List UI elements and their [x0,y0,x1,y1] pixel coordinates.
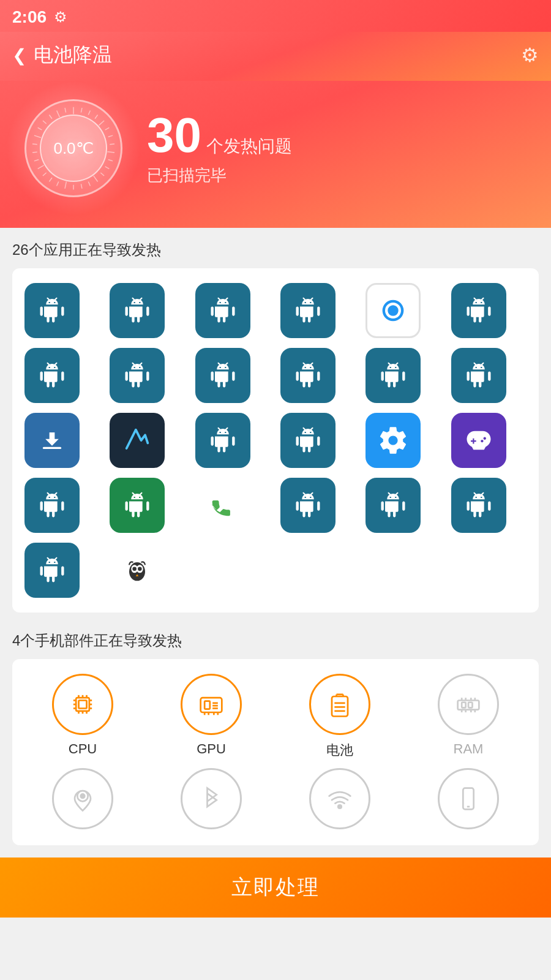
svg-line-7 [110,144,114,145]
svg-line-14 [81,184,82,189]
svg-line-11 [100,173,104,176]
hero-section: 0.0℃ 30 个发热问题 已扫描完毕 [0,81,551,228]
list-item[interactable] [110,348,165,403]
component-card: CPU GPU [12,659,539,845]
status-gear-icon: ⚙ [54,9,67,26]
list-item[interactable] [24,348,80,403]
hero-info: 30 个发热问题 已扫描完毕 [147,111,292,186]
list-item[interactable] [110,543,165,598]
component-screen[interactable] [410,768,527,829]
issue-count: 30 [147,111,201,160]
component-ram[interactable]: RAM [410,674,527,760]
list-item[interactable] [195,348,250,403]
battery-circle [309,674,370,735]
svg-line-18 [49,178,52,181]
svg-line-3 [95,115,98,118]
list-item[interactable] [365,413,421,468]
svg-line-23 [32,144,37,145]
component-battery[interactable]: 电池 [282,674,398,760]
ram-label: RAM [454,741,484,757]
list-item[interactable] [451,283,506,338]
list-item[interactable] [24,543,80,598]
list-item[interactable] [280,283,335,338]
list-item[interactable] [280,478,335,533]
header-left: ❮ 电池降温 [12,42,112,69]
list-item[interactable] [110,478,165,533]
page-title: 电池降温 [34,42,112,69]
list-item[interactable] [365,348,421,403]
cpu-circle [52,674,113,735]
svg-rect-79 [468,703,473,708]
header: ❮ 电池降温 ⚙ [0,32,551,81]
svg-point-36 [133,567,137,571]
bluetooth-circle [181,768,242,829]
list-item[interactable] [280,413,335,468]
list-item[interactable] [195,283,250,338]
svg-line-24 [34,135,41,138]
component-gpu[interactable]: GPU [153,674,269,760]
svg-line-2 [88,110,90,115]
status-bar: 2:06 ⚙ [0,0,551,32]
list-item[interactable] [195,478,250,533]
list-item[interactable] [451,478,506,533]
svg-line-17 [57,182,59,186]
component-bluetooth[interactable] [153,768,269,829]
svg-line-4 [99,121,104,126]
svg-line-13 [88,182,90,186]
scan-status: 已扫描完毕 [147,165,292,186]
app-grid [24,283,527,598]
list-item[interactable] [24,413,80,468]
svg-point-82 [338,805,341,808]
svg-line-28 [57,110,60,117]
svg-rect-32 [43,447,61,449]
list-item[interactable] [451,413,506,468]
svg-line-10 [105,167,110,169]
svg-line-26 [43,121,47,124]
list-item[interactable] [24,283,80,338]
svg-line-25 [38,127,42,130]
svg-line-8 [108,152,114,153]
component-cpu[interactable]: CPU [24,674,141,760]
svg-line-19 [43,173,47,176]
svg-line-6 [108,135,113,137]
svg-line-21 [34,159,39,160]
list-item[interactable] [280,348,335,403]
svg-rect-78 [462,703,466,708]
status-time: 2:06 [12,7,47,27]
list-item[interactable] [195,413,250,468]
list-item[interactable] [24,478,80,533]
svg-line-27 [49,115,52,118]
app-section: 26个应用正在导致发热 [0,228,551,625]
component-location[interactable] [24,768,141,829]
app-section-title: 26个应用正在导致发热 [12,240,539,260]
svg-line-29 [65,108,66,113]
cpu-label: CPU [69,741,97,757]
settings-button[interactable]: ⚙ [521,43,539,67]
screen-circle [438,768,499,829]
list-item[interactable] [451,348,506,403]
list-item[interactable] [365,478,421,533]
svg-rect-54 [204,701,210,709]
battery-label: 电池 [326,741,353,760]
wifi-circle [309,768,370,829]
svg-rect-40 [79,701,87,709]
list-item[interactable] [365,283,421,338]
svg-point-37 [138,567,142,571]
svg-line-16 [65,182,66,189]
gpu-circle [181,674,242,735]
app-grid-card [12,268,539,612]
component-wifi[interactable] [282,768,398,829]
hero-count: 30 个发热问题 [147,111,292,160]
svg-line-1 [81,108,82,113]
back-button[interactable]: ❮ [12,45,26,66]
component-section: 4个手机部件正在导致发热 CPU [0,625,551,858]
list-item[interactable] [110,283,165,338]
svg-point-33 [129,562,145,581]
list-item[interactable] [110,413,165,468]
action-button[interactable]: 立即处理 [0,858,551,918]
location-circle [52,768,113,829]
component-grid-row2 [18,760,533,839]
ram-circle [438,674,499,735]
component-grid-row1: CPU GPU [18,674,533,760]
svg-line-20 [38,165,44,169]
